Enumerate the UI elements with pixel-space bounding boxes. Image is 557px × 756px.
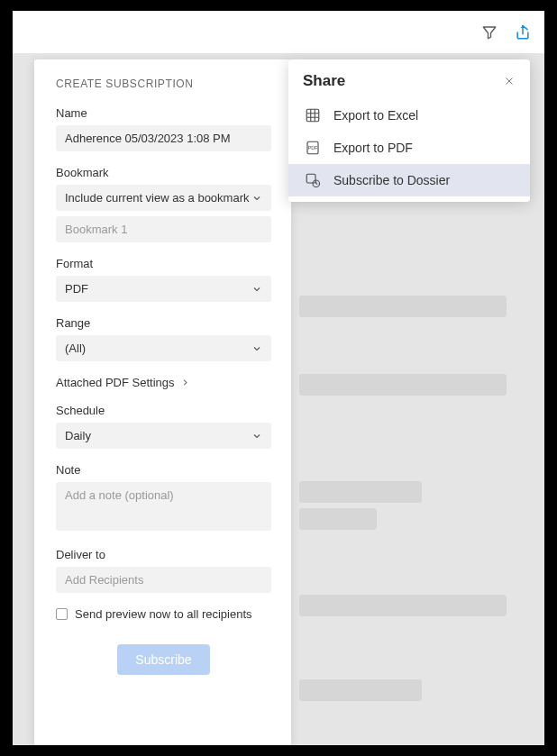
schedule-value: Daily (65, 429, 91, 442)
note-label: Note (56, 463, 271, 477)
schedule-select[interactable]: Daily (56, 423, 271, 449)
header-bar (13, 11, 544, 54)
close-icon[interactable] (503, 75, 516, 87)
subscribe-button[interactable]: Subscribe (117, 644, 209, 675)
share-item-export-excel[interactable]: Export to Excel (288, 99, 530, 132)
share-item-subscribe-dossier[interactable]: Subscribe to Dossier (288, 164, 530, 196)
chevron-down-icon (251, 431, 262, 442)
bookmark-mode-select[interactable]: Include current view as a bookmark (56, 185, 271, 211)
excel-icon (305, 107, 321, 123)
pdf-icon: PDF (305, 140, 321, 156)
format-label: Format (56, 257, 271, 270)
deliver-to-label: Deliver to (56, 548, 271, 561)
create-subscription-panel: CREATE SUBSCRIPTION Name Adherence 05/03… (34, 59, 291, 745)
range-label: Range (56, 316, 271, 330)
bookmark-mode-value: Include current view as a bookmark (65, 191, 249, 205)
send-preview-checkbox[interactable] (56, 608, 68, 620)
chevron-right-icon (180, 378, 190, 387)
share-title: Share (303, 72, 345, 90)
share-icon[interactable] (514, 23, 532, 41)
send-preview-label: Send preview now to all recipients (75, 607, 252, 621)
chevron-down-icon (251, 343, 262, 354)
chevron-down-icon (251, 193, 262, 204)
filter-icon[interactable] (481, 24, 498, 41)
chevron-down-icon (251, 284, 262, 295)
bookmark-label: Bookmark (56, 166, 271, 179)
share-item-label: Subscribe to Dossier (333, 173, 450, 187)
svg-rect-0 (306, 109, 319, 122)
deliver-to-input[interactable] (56, 567, 271, 593)
bookmark-name-input[interactable] (56, 216, 271, 242)
attached-pdf-settings-label: Attached PDF Settings (56, 376, 175, 389)
svg-rect-3 (306, 174, 315, 183)
dossier-subscribe-icon (305, 172, 321, 188)
range-select[interactable]: (All) (56, 335, 271, 361)
range-value: (All) (65, 342, 86, 355)
format-value: PDF (65, 282, 88, 296)
name-label: Name (56, 106, 271, 120)
panel-heading: CREATE SUBSCRIPTION (56, 77, 271, 90)
share-item-label: Export to Excel (333, 108, 418, 123)
share-dropdown: Share Export to Excel PDF Export to PDF … (288, 59, 530, 202)
note-textarea[interactable] (56, 482, 271, 531)
name-input[interactable]: Adherence 05/03/2023 1:08 PM (56, 125, 271, 151)
attached-pdf-settings[interactable]: Attached PDF Settings (56, 376, 271, 389)
share-item-label: Export to PDF (333, 141, 413, 155)
format-select[interactable]: PDF (56, 276, 271, 302)
schedule-label: Schedule (56, 404, 271, 417)
svg-text:PDF: PDF (308, 145, 318, 150)
share-item-export-pdf[interactable]: PDF Export to PDF (288, 132, 530, 164)
